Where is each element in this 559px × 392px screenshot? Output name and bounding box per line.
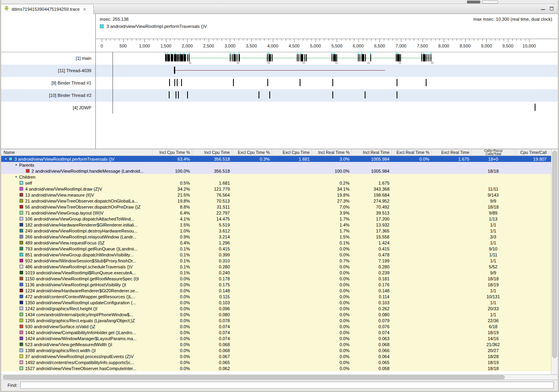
table-row[interactable]: 851 android/view/ViewGroup.dispatchWindo… <box>1 252 558 258</box>
trace-mark <box>397 91 397 98</box>
table-row[interactable]: 489 android/view/View.requestFocus (I)Z0… <box>1 240 558 246</box>
table-row[interactable]: 1019 android/view/ViewRootImpl$RunQueue.… <box>1 270 558 276</box>
table-row[interactable]: 37 android/view/ViewRootImpl.processInpu… <box>1 353 558 359</box>
horizontal-scrollbar[interactable] <box>1 374 558 380</box>
method-color-swatch <box>20 271 23 274</box>
expand-arrow-icon[interactable]: ▼ <box>4 158 7 160</box>
table-row[interactable]: 1388 android/graphics/Rect.width ()I0.0%… <box>1 347 558 353</box>
table-row[interactable]: 523 android/view/View.getMeasuredWidth (… <box>1 341 558 347</box>
cell-calls-recur: 18/18 <box>471 276 515 282</box>
table-row[interactable]: self0.5%1.6810.2%1.675 <box>1 180 558 186</box>
tab-trace-file[interactable]: ddms7194153904475194259.trace ✕ <box>1 4 94 14</box>
table-row[interactable]: 472 android/content/ContextWrapper.getRe… <box>1 294 558 299</box>
cell-excl-real-time-pct <box>391 305 431 311</box>
cell-incl-real-time: 343.368 <box>352 186 391 192</box>
trace-mark <box>397 54 399 61</box>
column-header-excl-cpu-time[interactable]: Excl Cpu Time <box>272 149 312 156</box>
column-header-incl-real-time[interactable]: Incl Real Time <box>352 149 391 156</box>
table-row[interactable]: 182 android/view/HardwareRenderer$GlRend… <box>1 222 558 228</box>
column-header-excl-real-time-pct[interactable]: Excl Real Time % <box>391 149 431 156</box>
trace-mark <box>423 53 424 54</box>
table-row[interactable]: 56 android/view/ViewTreeObserver.dispatc… <box>1 204 558 210</box>
vertical-scrollbar[interactable] <box>551 149 558 374</box>
section-row-children[interactable]: ▼Children <box>1 174 558 180</box>
toolbar-button[interactable] <box>467 0 480 4</box>
timeline-canvas[interactable] <box>95 52 558 65</box>
cell-name: 106 android/view/ViewGroup.dispatchAttac… <box>1 216 152 222</box>
table-row[interactable]: 932 android/view/IWindowSession$Stub$Pro… <box>1 258 558 264</box>
table-row[interactable]: 249 android/view/ViewRootImpl.destroyHar… <box>1 228 558 234</box>
table-row[interactable]: 106 android/view/ViewGroup.dispatchAttac… <box>1 216 558 222</box>
table-row[interactable]: 930 android/view/Surface.isValid ()Z0.0%… <box>1 323 558 329</box>
toolbar-button[interactable] <box>482 0 498 4</box>
timeline-canvas[interactable] <box>95 77 558 89</box>
cell-excl-real-time-pct <box>391 198 431 204</box>
trace-mark <box>171 53 172 54</box>
cell-incl-cpu-time: 31.511 <box>192 204 232 210</box>
timeline-canvas[interactable] <box>95 102 558 114</box>
cell-incl-real-time: 0.064 <box>352 353 391 359</box>
ruler-tick <box>132 39 132 41</box>
column-header-calls-recur[interactable]: Calls+RecurCalls/Total <box>471 149 515 156</box>
table-row[interactable]: 1442 android/view/CompatibilityInfoHolde… <box>1 329 558 335</box>
table-row[interactable]: 2 android/view/ViewRootImpl.handleMessag… <box>1 168 558 174</box>
cell-excl-cpu-time <box>272 282 312 288</box>
expand-arrow-icon[interactable]: ▼ <box>15 163 18 166</box>
cell-incl-cpu-time-pct: 63.4% <box>152 156 192 162</box>
trace-mark <box>298 54 299 61</box>
table-row[interactable]: 1424 android/view/WindowManager$LayoutPa… <box>1 335 558 341</box>
close-icon[interactable]: ✕ <box>83 7 86 12</box>
vertical-scrollbar-thumb[interactable] <box>552 151 557 358</box>
ruler-tick <box>350 39 350 41</box>
ruler-tick <box>140 39 140 41</box>
table-row[interactable]: 71 android/view/ViewGroup.layout (IIII)V… <box>1 210 558 216</box>
table-row[interactable]: 1350 android/view/ViewRootImpl.updateCon… <box>1 299 558 305</box>
cell-incl-cpu-time-pct: 34.2% <box>152 186 192 192</box>
table-row[interactable]: 1527 android/view/ViewTreeObserver.hasCo… <box>1 365 558 371</box>
find-input[interactable] <box>20 382 554 389</box>
cell-incl-real-time-pct: 0.0% <box>312 246 352 252</box>
method-name: 1350 android/view/ViewRootImpl.updateCon… <box>25 300 136 305</box>
column-header-excl-real-time[interactable]: Excl Real Time <box>431 149 471 156</box>
table-row[interactable]: 1150 android/view/ViewRootImpl.getRootMe… <box>1 276 558 282</box>
table-row-selected[interactable]: ▼3 android/view/ViewRootImpl.performTrav… <box>1 156 558 162</box>
column-header-incl-real-time-pct[interactable]: Incl Real Time % <box>312 149 352 156</box>
cell-incl-cpu-time: 3.214 <box>192 234 232 240</box>
table-row[interactable]: 1224 android/view/HardwareRenderer$Gl20R… <box>1 288 558 294</box>
table-row[interactable]: 793 android/view/ViewRootImpl.getRunQueu… <box>1 246 558 252</box>
method-color-swatch <box>20 235 23 238</box>
table-row[interactable]: 1492 android/content/res/CompatibilityIn… <box>1 359 558 365</box>
timeline-canvas[interactable] <box>95 89 558 102</box>
cell-incl-cpu-time-pct: 100.0% <box>152 168 192 174</box>
method-color-swatch <box>9 157 12 161</box>
cell-incl-cpu-time-pct <box>152 174 192 180</box>
column-header-name[interactable]: Name <box>1 149 152 156</box>
table-row[interactable]: 4 android/view/ViewRootImpl.draw (Z)V34.… <box>1 186 558 192</box>
minimize-icon[interactable] <box>541 7 546 11</box>
ruler-tick <box>409 39 410 41</box>
cell-calls-recur <box>471 162 515 168</box>
table-row[interactable]: 486 android/view/ViewRootImpl.scheduleTr… <box>1 264 558 270</box>
ruler-tick <box>367 39 367 41</box>
column-header-incl-cpu-time-pct[interactable]: Incl Cpu Time % <box>152 149 192 156</box>
column-header-excl-cpu-time-pct[interactable]: Excl Cpu Time % <box>232 149 272 156</box>
timeline-canvas[interactable] <box>95 65 558 77</box>
maximize-icon[interactable] <box>550 7 555 11</box>
trace-mark <box>303 62 305 64</box>
table-row[interactable]: 13 android/view/View.measure (II)V21.5%7… <box>1 192 558 198</box>
section-row-parents[interactable]: ▼Parents <box>1 162 558 168</box>
table-row[interactable]: 1265 android/graphics/Rect.equals (Ljava… <box>1 317 558 323</box>
time-cursor-line[interactable] <box>113 52 113 114</box>
expand-arrow-icon[interactable]: ▼ <box>15 175 18 178</box>
horizontal-scrollbar-thumb[interactable] <box>3 375 505 379</box>
table-row[interactable]: 266 android/view/ViewRootImpl.relayoutWi… <box>1 234 558 240</box>
ruler-tick <box>320 39 320 41</box>
cell-excl-cpu-time-pct <box>232 258 272 264</box>
cell-incl-real-time-pct: 0.0% <box>312 288 352 294</box>
ruler-tick <box>153 39 154 41</box>
table-row[interactable]: 1434 com/android/internal/policy/impl/Ph… <box>1 311 558 317</box>
table-row[interactable]: 21 android/view/ViewTreeObserver.dispatc… <box>1 198 558 204</box>
column-header-incl-cpu-time[interactable]: Incl Cpu Time <box>192 149 232 156</box>
table-row[interactable]: 1136 android/view/ViewRootImpl.getHostVi… <box>1 282 558 288</box>
table-row[interactable]: 1242 android/graphics/Rect.height ()I0.0… <box>1 305 558 311</box>
